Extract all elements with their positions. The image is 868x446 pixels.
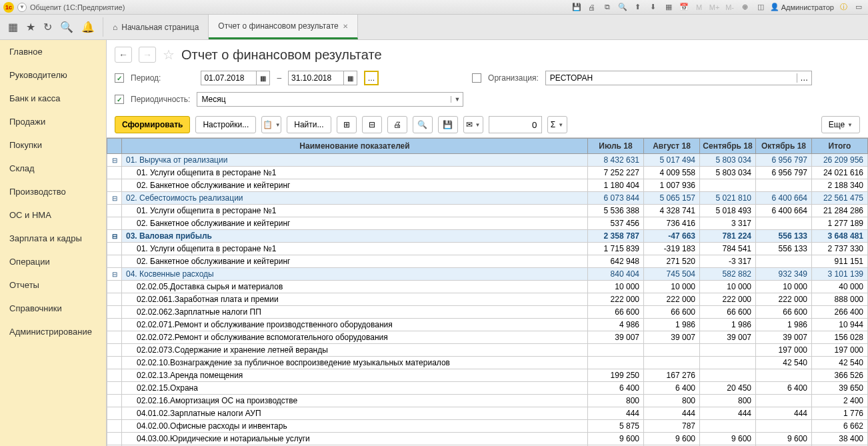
forward-button[interactable]: → [139,47,156,63]
preview-button[interactable]: 🔍 [413,116,433,133]
sidebar-item[interactable]: Операции [0,250,106,273]
data-row[interactable]: 02.02.061.Заработная плата и премии222 0… [107,293,868,306]
group-row[interactable]: ⊟04. Косвенные расходы840 404745 504582 … [107,268,868,281]
data-row[interactable]: 02.02.16.Амортизация ОС на производстве8… [107,395,868,407]
print-button[interactable]: 🖨 [387,116,407,133]
sidebar-item[interactable]: Склад [0,157,106,180]
org-checkbox[interactable]: ✓ [472,73,481,83]
column-header[interactable]: Сентябрь 18 [700,139,756,154]
data-row[interactable]: 02. Банкетное обслуживание и кейтеринг1 … [107,179,868,192]
periodicity-checkbox[interactable]: ✓ [115,95,124,104]
mail-button[interactable]: ✉▼ [463,116,483,133]
data-row[interactable]: 04.03.00.Юридические и нотариальные услу… [107,433,868,445]
back-button[interactable]: ← [115,47,132,63]
more-button[interactable]: Еще▼ [821,116,860,133]
data-row[interactable]: 02.02.10.Вознаграждение за публичное вос… [107,357,868,369]
star-icon[interactable]: ☆ [163,47,175,63]
org-picker-button[interactable]: … [797,73,811,83]
zoom-input[interactable] [489,116,542,133]
data-row[interactable]: 02.02.05.Доставка сырья и материалов10 0… [107,281,868,293]
data-row[interactable]: 01. Услуги общепита в ресторане №15 536 … [107,205,868,217]
data-row[interactable]: 02.02.071.Ремонт и обслуживание производ… [107,319,868,331]
tab-home[interactable]: ⌂ Начальная страница [103,15,209,39]
date-from-calendar-icon[interactable]: ▦ [257,71,270,85]
sidebar-item[interactable]: Зарплата и кадры [0,227,106,250]
apps-icon[interactable]: ▦ [8,21,18,33]
compare-icon[interactable]: ⧉ [601,1,613,13]
column-header[interactable]: Октябрь 18 [756,139,812,154]
minimize-icon[interactable]: ▭ [853,1,865,13]
sidebar-item[interactable]: Производство [0,180,106,203]
data-row[interactable]: 02.02.072.Ремонт и обслуживание вспомога… [107,331,868,344]
group-row[interactable]: ⊟01. Выручка от реализации8 432 6315 017… [107,154,868,167]
group-row[interactable]: ⊟02. Себестоимость реализации6 073 8445 … [107,192,868,205]
memory-mplus-icon[interactable]: M+ [709,1,721,13]
tab-close-icon[interactable]: ✕ [343,23,348,30]
find-button[interactable]: Найти... [287,116,331,133]
collapse-all-button[interactable]: ⊟ [362,116,382,133]
tree-toggle-icon[interactable]: ⊟ [107,268,122,281]
favorite-icon[interactable]: ★ [26,21,35,33]
search-icon[interactable]: 🔍 [60,21,73,33]
tree-toggle-icon[interactable]: ⊟ [107,230,122,243]
data-row[interactable]: 02.02.062.Зарплатные налоги ПП66 60066 6… [107,306,868,319]
memory-mminus-icon[interactable]: M- [724,1,736,13]
save-icon[interactable]: 💾 [571,1,583,13]
sidebar-item[interactable]: Покупки [0,133,106,157]
column-header[interactable]: Итого [812,139,868,154]
periodicity-select[interactable]: Месяц ▼ [197,92,463,107]
memory-m-icon[interactable]: M [693,1,705,13]
sidebar-item[interactable]: Отчеты [0,273,106,297]
data-row[interactable]: 04.02.00.Офисные расходы и инвентарь5 87… [107,420,868,433]
date-from-input[interactable] [201,71,257,85]
data-row[interactable]: 02.02.13.Аренда помещения199 250167 2763… [107,369,868,382]
tree-toggle-icon[interactable]: ⊟ [107,192,122,205]
period-checkbox[interactable]: ✓ [115,73,124,83]
data-row[interactable]: 04.01.02.Зарплатные налоги АУП4444444444… [107,407,868,420]
data-row[interactable]: 02. Банкетное обслуживание и кейтеринг53… [107,217,868,230]
form-button[interactable]: Сформировать [115,116,190,133]
info-icon[interactable]: ⓘ [837,1,849,13]
group-row[interactable]: ⊟03. Валовая прибыль2 358 787-47 663781 … [107,230,868,243]
preview-icon[interactable]: 🔍 [617,1,629,13]
cell-value [700,344,756,357]
column-header[interactable]: Наименование показателей [122,139,588,154]
date-to-calendar-icon[interactable]: ▦ [344,71,357,85]
sum-button[interactable]: Σ▼ [547,116,567,133]
sidebar-item[interactable]: Банк и касса [0,87,106,110]
sidebar-item[interactable]: Справочники [0,297,106,320]
period-picker-button[interactable]: … [364,71,379,85]
save-button[interactable]: 💾 [438,116,458,133]
data-row[interactable]: 02. Банкетное обслуживание и кейтеринг64… [107,255,868,268]
column-header[interactable]: Июль 18 [588,139,644,154]
doc-down-icon[interactable]: ⬇ [647,1,659,13]
dropdown-circle-button[interactable]: ▼ [17,3,27,12]
history-icon[interactable]: ↻ [43,21,52,33]
zoom-icon[interactable]: ⊕ [739,1,751,13]
calendar-icon[interactable]: 📅 [678,1,690,13]
data-row[interactable]: 02.02.15.Охрана6 4006 40020 4506 40039 6… [107,382,868,395]
variants-button[interactable]: 📋▼ [261,116,281,133]
tree-toggle-icon[interactable]: ⊟ [107,154,122,167]
sidebar-item[interactable]: ОС и НМА [0,203,106,227]
doc-up-icon[interactable]: ⬆ [632,1,644,13]
data-row[interactable]: 01. Услуги общепита в ресторане №17 252 … [107,167,868,179]
sidebar-item[interactable]: Главное [0,40,106,63]
data-row[interactable]: 02.02.073.Содержание и хранение летней в… [107,344,868,357]
column-header[interactable]: Август 18 [644,139,700,154]
user-label[interactable]: 👤 Администратор [770,3,834,11]
org-value[interactable]: РЕСТОРАН [546,73,797,83]
data-row[interactable]: 01. Услуги общепита в ресторане №11 715 … [107,243,868,255]
settings-button[interactable]: Настройки... [195,116,256,133]
bell-icon[interactable]: 🔔 [81,21,95,33]
windows-icon[interactable]: ◫ [755,1,767,13]
calc-icon[interactable]: ▦ [663,1,675,13]
sidebar-item[interactable]: Администрирование [0,320,106,343]
tab-report[interactable]: Отчет о финансовом результате ✕ [209,15,357,39]
date-to-input[interactable] [288,71,344,85]
sidebar-item[interactable]: Руководителю [0,63,106,87]
expand-all-button[interactable]: ⊞ [337,116,357,133]
print-icon[interactable]: 🖨 [586,1,598,13]
report-grid[interactable]: Наименование показателейИюль 18Август 18… [107,137,868,446]
sidebar-item[interactable]: Продажи [0,110,106,133]
